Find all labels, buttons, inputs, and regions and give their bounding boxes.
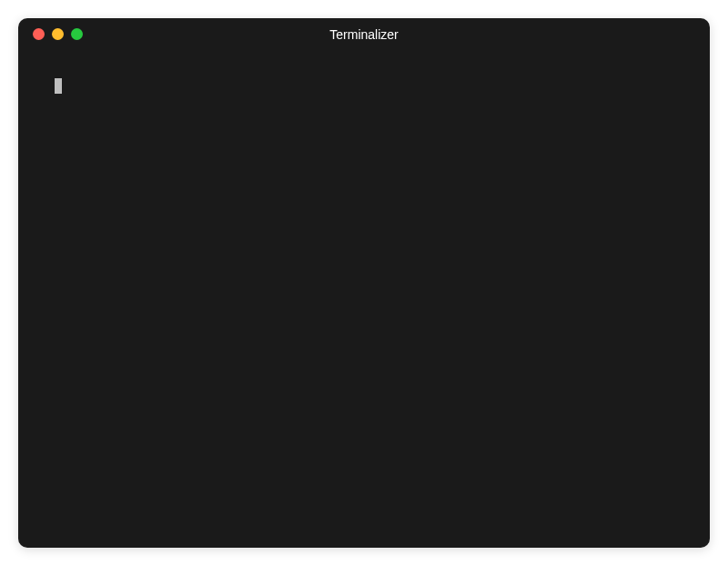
window-title: Terminalizer bbox=[329, 27, 398, 42]
close-button[interactable] bbox=[33, 28, 45, 40]
maximize-button[interactable] bbox=[71, 28, 83, 40]
window-controls bbox=[18, 28, 83, 40]
cursor-icon bbox=[55, 78, 62, 94]
titlebar: Terminalizer bbox=[18, 18, 710, 51]
minimize-button[interactable] bbox=[52, 28, 64, 40]
terminal-window: Terminalizer bbox=[18, 18, 710, 548]
terminal-body[interactable] bbox=[18, 51, 710, 548]
